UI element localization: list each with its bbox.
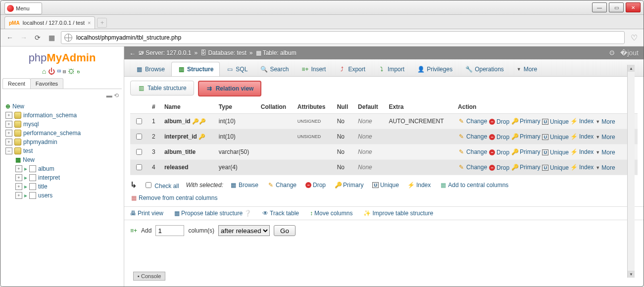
reload-nav-icon[interactable]: ↻	[77, 67, 82, 75]
batch-change[interactable]: ✎Change	[267, 182, 297, 189]
batch-primary[interactable]: 🔑Primary	[335, 182, 363, 189]
opera-menu-button[interactable]: Menu	[4, 2, 42, 14]
sidebar-tab-recent[interactable]: Recent	[2, 78, 31, 89]
tree-db-phpmyadmin[interactable]: +phpmyadmin	[2, 138, 122, 146]
action-unique[interactable]: UUnique	[542, 149, 569, 156]
row-checkbox[interactable]	[136, 118, 142, 124]
action-index[interactable]: ⚡Index	[571, 118, 594, 125]
go-button[interactable]: Go	[274, 225, 296, 236]
settings-icon[interactable]: ⚙	[68, 67, 77, 75]
expand-icon[interactable]: +	[15, 183, 22, 190]
url-input[interactable]	[75, 34, 621, 42]
maximize-button[interactable]: ▭	[609, 2, 624, 12]
row-checkbox[interactable]	[136, 134, 142, 140]
forward-button[interactable]: →	[19, 33, 28, 42]
action-change[interactable]: ✎Change	[458, 148, 487, 155]
expand-icon[interactable]: +	[15, 192, 22, 199]
bc-database[interactable]: 🗄 Database: test	[200, 49, 247, 56]
action-drop[interactable]: −Drop	[489, 164, 509, 171]
action-primary[interactable]: 🔑Primary	[511, 133, 540, 140]
batch-remove-central[interactable]: ▦Remove from central columns	[130, 194, 217, 201]
batch-index[interactable]: ⚡Index	[408, 182, 431, 189]
action-drop[interactable]: −Drop	[489, 118, 509, 125]
help-icon[interactable]: ❔	[244, 210, 251, 217]
docs-icon[interactable]: ▤	[62, 67, 68, 75]
action-drop[interactable]: −Drop	[489, 134, 509, 141]
new-tab-button[interactable]: +	[97, 18, 107, 28]
action-index[interactable]: ⚡Index	[571, 148, 594, 155]
home-icon[interactable]: ⌂	[42, 67, 48, 75]
collapse-icon[interactable]: –	[5, 147, 12, 154]
tree-db-information_schema[interactable]: +information_schema	[2, 111, 122, 120]
link-propose[interactable]: ▦Propose table structure ❔	[174, 210, 251, 217]
action-change[interactable]: ✎Change	[458, 133, 487, 140]
action-primary[interactable]: 🔑Primary	[511, 148, 540, 155]
action-change[interactable]: ✎Change	[458, 118, 487, 125]
action-primary[interactable]: 🔑Primary	[511, 164, 540, 171]
tab-privileges[interactable]: 👤Privileges	[411, 62, 459, 76]
col-name[interactable]: interpret_id	[164, 133, 197, 140]
tab-sql[interactable]: ▭SQL	[220, 62, 254, 76]
batch-add-central[interactable]: ▦Add to central columns	[440, 182, 508, 189]
expand-icon[interactable]: +	[5, 139, 12, 145]
link-improve[interactable]: ✨Improve table structure	[363, 210, 433, 217]
exit-icon[interactable]: �jout	[620, 49, 639, 57]
col-name[interactable]: released	[164, 164, 189, 171]
action-more[interactable]: ▼More	[595, 149, 615, 156]
action-more[interactable]: ▼More	[595, 118, 615, 125]
row-checkbox[interactable]	[136, 164, 142, 170]
action-unique[interactable]: UUnique	[542, 134, 569, 141]
expand-icon[interactable]: +	[5, 130, 12, 137]
tab-operations[interactable]: 🔧Operations	[459, 62, 510, 76]
subtab-relation-view[interactable]: ⇉Relation view	[198, 81, 262, 96]
action-primary[interactable]: 🔑Primary	[511, 118, 540, 125]
add-count-input[interactable]	[155, 225, 184, 236]
tab-more[interactable]: ▼More	[510, 62, 544, 76]
tree-table-title[interactable]: +▸title	[2, 182, 122, 191]
settings-icon[interactable]: ⚙	[609, 49, 615, 57]
logout-icon[interactable]: ⏻	[48, 67, 57, 75]
tab-browse[interactable]: ▦Browse	[129, 62, 171, 76]
breadcrumb-toggle-icon[interactable]: ←	[129, 50, 135, 56]
row-checkbox[interactable]	[136, 149, 142, 155]
tree-new[interactable]: ⊕New	[2, 102, 122, 111]
batch-drop[interactable]: −Drop	[305, 182, 326, 189]
sidebar-tools[interactable]: ▬ ⟲	[2, 91, 122, 100]
bookmark-button[interactable]: ♡	[630, 33, 639, 42]
sidebar-quick-icons[interactable]: ⌂⏻◫▤⚙↻	[2, 66, 122, 78]
action-index[interactable]: ⚡Index	[571, 133, 594, 140]
tab-export[interactable]: ⤴Export	[332, 62, 372, 76]
sql-icon[interactable]: ◫	[57, 67, 62, 75]
tree-table-album[interactable]: +▸album	[2, 164, 122, 173]
col-name[interactable]: album_id	[164, 118, 191, 125]
action-drop[interactable]: −Drop	[489, 149, 509, 156]
subtab-table-structure[interactable]: ▥Table structure	[130, 81, 194, 96]
action-change[interactable]: ✎Change	[458, 164, 487, 171]
scroll-down-button[interactable]: ▼	[628, 271, 635, 278]
action-more[interactable]: ▼More	[595, 164, 615, 171]
bc-server[interactable]: 🖳 Server: 127.0.0.1	[138, 49, 191, 56]
expand-icon[interactable]: +	[5, 112, 12, 119]
action-index[interactable]: ⚡Index	[571, 164, 594, 171]
back-button[interactable]: ←	[5, 33, 14, 42]
tree-db-mysql[interactable]: +mysql	[2, 120, 122, 129]
add-position-select[interactable]: after released	[218, 225, 270, 236]
sidebar-tab-favorites[interactable]: Favorites	[30, 78, 63, 89]
action-unique[interactable]: UUnique	[542, 164, 569, 171]
col-name[interactable]: album_title	[164, 148, 196, 155]
tab-insert[interactable]: ≡+Insert	[295, 62, 332, 76]
tree-new-table[interactable]: ▦New	[2, 155, 122, 164]
link-track[interactable]: 👁Track table	[262, 210, 299, 217]
tree-table-interpret[interactable]: +▸interpret	[2, 173, 122, 182]
tab-import[interactable]: ⤵Import	[372, 62, 411, 76]
expand-icon[interactable]: +	[5, 121, 12, 128]
action-unique[interactable]: UUnique	[542, 118, 569, 125]
url-bar[interactable]	[61, 31, 625, 44]
speed-dial-button[interactable]: ▦	[47, 33, 56, 42]
vertical-scrollbar[interactable]: ▲ ▼	[627, 65, 635, 278]
expand-icon[interactable]: +	[15, 165, 22, 172]
browser-tab[interactable]: pMA localhost / 127.0.0.1 / test ×	[4, 16, 95, 29]
link-print-view[interactable]: 🖶Print view	[130, 210, 163, 217]
tab-structure[interactable]: ▥Structure	[171, 62, 220, 76]
scroll-up-button[interactable]: ▲	[628, 65, 635, 72]
